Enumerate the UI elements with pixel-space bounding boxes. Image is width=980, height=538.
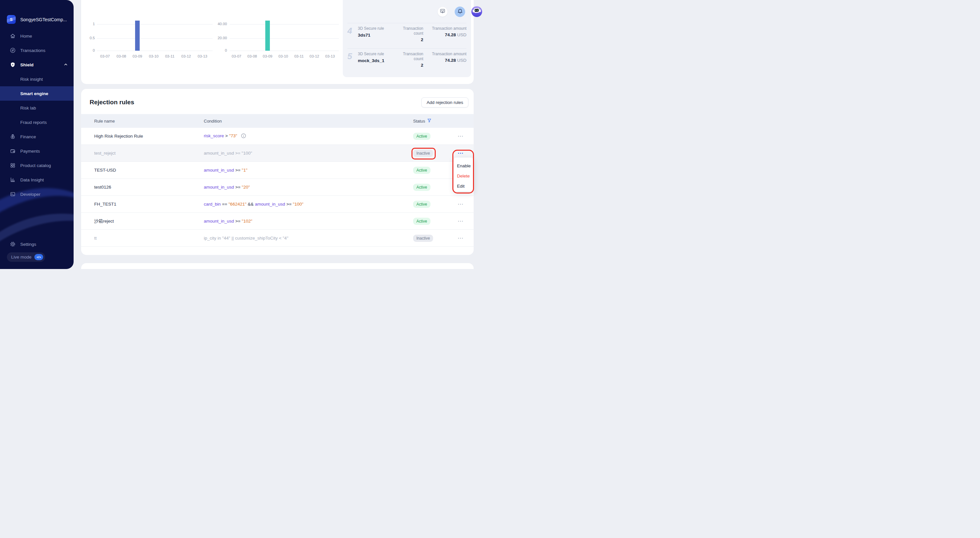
bell-icon <box>457 8 463 16</box>
sidebar-item-data-insight[interactable]: Data Insight <box>0 173 73 187</box>
shield-icon <box>10 62 16 68</box>
table-row-tt: tt ip_city in "44" || customize_shipToCi… <box>81 230 474 247</box>
gear-icon <box>10 241 16 247</box>
table-row-fh-test1: FH_TEST1 card_bin=="662421"&&amount_in_u… <box>81 196 474 213</box>
condition-cell: amount_in_usd >= "100" <box>204 151 413 156</box>
count-label: Transaction count <box>395 52 423 62</box>
col-status: Status <box>413 119 425 124</box>
sidebar-item-home[interactable]: Home <box>0 29 73 43</box>
condition-cell: risk_score>"73" <box>204 133 413 139</box>
page-title: Rejection rules <box>90 99 134 106</box>
rule-type-label: 3D Secure rule <box>358 52 395 57</box>
sidebar-item-payments[interactable]: Payments <box>0 144 73 158</box>
sidebar-item-shield[interactable]: Shield <box>0 57 73 72</box>
sidebar-footer: Settings Live mode </> <box>0 233 73 269</box>
company-switcher[interactable]: S SongyeSGTestComp... <box>7 15 69 24</box>
live-mode-label: Live mode <box>11 255 32 260</box>
sidebar-item-settings[interactable]: Settings <box>0 237 73 251</box>
condition-cell: card_bin=="662421"&&amount_in_usd>="100" <box>204 202 413 206</box>
menu-item-delete[interactable]: Delete <box>454 171 473 181</box>
bar-03-09 <box>265 21 270 51</box>
row-actions-button[interactable]: ⋯ <box>447 236 474 240</box>
transactions-icon <box>10 48 16 53</box>
chat-smiley-icon <box>440 8 445 15</box>
count-value: 2 <box>395 37 423 42</box>
row-actions-button-open[interactable]: ⋯ <box>447 152 474 155</box>
condition-cell: amount_in_usd>="20" <box>204 185 413 190</box>
info-icon[interactable] <box>241 133 246 139</box>
wallet-icon <box>10 148 16 154</box>
terminal-icon <box>10 191 16 197</box>
table-row-sandbox-reject: 沙箱reject amount_in_usd>="102" Active ⋯ <box>81 213 474 230</box>
dev-mode-toggle[interactable]: </> <box>34 254 43 260</box>
status-badge: Inactive <box>413 150 433 157</box>
condition-cell: ip_city in "44" || customize_shipToCity … <box>204 236 413 241</box>
amount-value: 74.28 USD <box>428 32 466 37</box>
sidebar-item-smart-engine[interactable]: Smart engine <box>0 86 73 101</box>
sidebar-item-risk-insight[interactable]: Risk insight <box>0 72 73 86</box>
company-logo: S <box>7 15 16 24</box>
sidebar-item-fraud-reports[interactable]: Fraud reports <box>0 115 73 129</box>
ranking-item-5: 5 3D Secure rule mock_3ds_1 Transaction … <box>347 48 466 74</box>
table-header: Rule name Condition Status <box>81 114 474 128</box>
rule-name: 3ds71 <box>358 33 395 38</box>
status-badge: Active <box>413 184 431 191</box>
rejection-rules-card: Rejection rules Add rejection rules Rule… <box>81 89 474 255</box>
rank-number: 5 <box>347 52 358 74</box>
condition-cell: amount_in_usd>="1" <box>204 168 413 173</box>
menu-item-edit[interactable]: Edit <box>454 181 473 191</box>
overview-card: 1 0.5 0 03-07 03-08 03-09 03-10 03-11 03… <box>81 0 474 84</box>
sidebar-item-risk-lab[interactable]: Risk lab <box>0 101 73 115</box>
row-actions-menu: Enable Delete Edit <box>454 157 473 192</box>
feedback-chat-button[interactable] <box>438 7 447 17</box>
table-row-test-usd: TEST-USD amount_in_usd>="1" Active ⋯ <box>81 162 474 179</box>
sidebar-item-developer[interactable]: Developer <box>0 187 73 202</box>
assistant-avatar[interactable] <box>471 6 482 17</box>
amount-value: 74.28 USD <box>428 58 466 63</box>
company-name: SongyeSGTestComp... <box>20 17 67 22</box>
rank-number: 4 <box>347 26 358 48</box>
amount-label: Transaction amount <box>428 52 466 57</box>
status-badge: Inactive <box>413 235 433 242</box>
next-section-card <box>81 263 474 269</box>
bar-chart-icon <box>10 177 16 183</box>
rules-table: High Risk Rejection Rule risk_score>"73"… <box>81 128 474 247</box>
col-condition: Condition <box>204 119 413 124</box>
main-content: 1 0.5 0 03-07 03-08 03-09 03-10 03-11 03… <box>73 0 490 269</box>
live-mode-pill: Live mode </> <box>7 252 45 262</box>
rule-ranking-panel: 4 3D Secure rule 3ds71 Transaction count… <box>343 0 471 77</box>
notifications-button[interactable] <box>455 6 465 17</box>
count-value: 2 <box>395 63 423 68</box>
condition-cell: amount_in_usd>="102" <box>204 219 413 224</box>
status-badge: Active <box>413 133 431 140</box>
status-badge: Active <box>413 218 431 225</box>
robot-avatar-icon <box>471 6 482 17</box>
sidebar: S SongyeSGTestComp... Home Transactions … <box>0 0 73 269</box>
rule-type-label: 3D Secure rule <box>358 26 395 31</box>
count-label: Transaction count <box>395 26 423 36</box>
row-actions-button[interactable]: ⋯ <box>447 220 474 223</box>
table-row-high-risk: High Risk Rejection Rule risk_score>"73"… <box>81 128 474 145</box>
sidebar-item-finance[interactable]: Finance <box>0 129 73 144</box>
row-actions-button[interactable]: ⋯ <box>447 135 474 138</box>
home-icon <box>10 33 16 39</box>
grid-icon <box>10 162 16 168</box>
sidebar-nav: Home Transactions Shield Risk insight Sm… <box>0 29 73 202</box>
row-actions-button[interactable]: ⋯ <box>447 203 474 206</box>
bar-03-09 <box>135 21 140 51</box>
status-badge: Active <box>413 201 431 208</box>
filter-icon[interactable] <box>427 118 431 124</box>
amount-label: Transaction amount <box>428 26 466 31</box>
sidebar-item-product-catalog[interactable]: Product catalog <box>0 158 73 173</box>
table-row-test-rejejct: test_rejejct amount_in_usd >= "100" Inac… <box>81 145 474 162</box>
ranking-item-4: 4 3D Secure rule 3ds71 Transaction count… <box>347 23 466 48</box>
sidebar-item-transactions[interactable]: Transactions <box>0 43 73 57</box>
table-row-test0126: test0126 amount_in_usd>="20" Active ⋯ <box>81 179 474 196</box>
col-rule-name: Rule name <box>81 119 204 124</box>
money-bag-icon <box>10 134 16 140</box>
rule-name: mock_3ds_1 <box>358 58 395 63</box>
status-badge: Active <box>413 167 431 174</box>
add-rejection-rules-button[interactable]: Add rejection rules <box>421 97 468 108</box>
chevron-up-icon[interactable] <box>64 62 68 67</box>
menu-item-enable[interactable]: Enable <box>454 161 473 171</box>
